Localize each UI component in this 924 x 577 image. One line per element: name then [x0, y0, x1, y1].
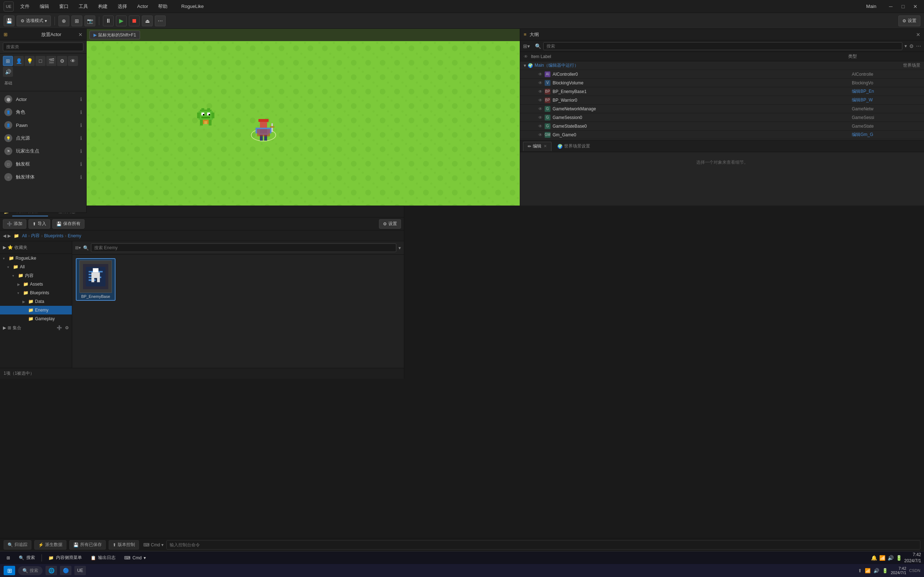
- left-icon-volume[interactable]: 🔊: [3, 67, 13, 77]
- content-area[interactable]: ⊞▾ 🔍 ▾: [72, 241, 404, 379]
- tab-edit[interactable]: ✏ 编辑 ✕: [523, 142, 551, 151]
- taskbar-search[interactable]: 🔍 搜索: [15, 553, 39, 563]
- tray-icon-2[interactable]: 📶: [865, 568, 871, 574]
- menu-build[interactable]: 构建: [95, 2, 111, 11]
- left-icon-basic[interactable]: ⊞: [3, 56, 13, 66]
- breadcrumb-all[interactable]: All: [22, 233, 27, 239]
- toolbar-eject-icon[interactable]: ⏏: [142, 16, 153, 26]
- stop-button[interactable]: ⏹: [129, 16, 140, 26]
- menu-file[interactable]: 文件: [16, 2, 33, 11]
- tray-icon-3[interactable]: 🔊: [874, 568, 879, 574]
- content-filter-icon[interactable]: ⊞▾: [75, 245, 81, 250]
- menu-edit[interactable]: 编辑: [36, 2, 53, 11]
- win-start-btn[interactable]: ⊞: [3, 566, 15, 575]
- content-search-dropdown[interactable]: ▾: [399, 245, 401, 251]
- sidebar-item-enemy[interactable]: 📁 Enemy: [0, 306, 72, 314]
- light-info-icon[interactable]: ℹ: [80, 135, 82, 141]
- save-status-button[interactable]: 💾 所有已保存: [69, 540, 106, 550]
- favorites-header[interactable]: ▶ ⭐ 收藏夹: [0, 243, 72, 252]
- outline-item-bpwarrior[interactable]: 👁 BP BP_Warrior0 编辑BP_W: [520, 96, 924, 105]
- import-button[interactable]: ⬆ 导入: [29, 219, 50, 229]
- list-item-role[interactable]: 👤 角色 ℹ: [0, 106, 86, 119]
- left-icon-shape[interactable]: □: [36, 56, 45, 66]
- outline-item-gmgame[interactable]: 👁 GM Gm_Game0 编辑Gm_G: [520, 131, 924, 139]
- save-all-button[interactable]: 💾 保存所有: [52, 219, 84, 229]
- breadcrumb-blueprints[interactable]: Blueprints: [44, 233, 63, 239]
- role-info-icon[interactable]: ℹ: [80, 109, 82, 115]
- viewport-content[interactable]: [87, 41, 520, 206]
- pawn-info-icon[interactable]: ℹ: [80, 122, 82, 128]
- menu-help[interactable]: 帮助: [155, 2, 171, 11]
- outline-more-icon[interactable]: ⋯: [916, 43, 921, 49]
- menu-actor[interactable]: Actor: [134, 2, 152, 10]
- system-clock[interactable]: 7:42 2024/7/1: [904, 552, 921, 564]
- list-item-spawn[interactable]: ⚑ 玩家出生点 ℹ: [0, 145, 86, 158]
- nav-back-icon[interactable]: ◀: [3, 233, 6, 239]
- win-chrome-btn[interactable]: 🔵: [60, 566, 71, 575]
- content-search-input[interactable]: [91, 243, 396, 252]
- start-button[interactable]: ⊞: [3, 553, 14, 563]
- close-button[interactable]: ✕: [910, 3, 921, 10]
- minimize-button[interactable]: ─: [886, 3, 896, 10]
- outline-item-gamenetwork[interactable]: 👁 G GameNetworkManage GameNetw: [520, 105, 924, 113]
- toolbar-grid-icon[interactable]: ⊞: [71, 16, 82, 26]
- sidebar-item-assets[interactable]: ▶ 📁 Assets: [0, 280, 72, 288]
- volume-icon[interactable]: 🔊: [888, 555, 894, 561]
- sidebar-item-gameplay[interactable]: 📁 Gameplay: [0, 314, 72, 323]
- taskbar-cmd-btn[interactable]: ⌨ Cmd ▾: [121, 553, 149, 563]
- collections-settings-icon[interactable]: ⚙: [65, 325, 69, 330]
- outline-settings-icon[interactable]: ⚙: [909, 43, 914, 49]
- outline-close[interactable]: ✕: [916, 32, 921, 37]
- toolbar-camera-icon[interactable]: 📷: [84, 16, 95, 26]
- spawn-data-button[interactable]: ⚡ 派生数据: [34, 540, 66, 550]
- win-clock[interactable]: 7:42 2024/7/1: [891, 566, 906, 575]
- list-item-trigger-box[interactable]: □ 触发框 ℹ: [0, 158, 86, 171]
- toolbar-save-icon[interactable]: 💾: [3, 16, 15, 26]
- outline-item-blockingvol[interactable]: 👁 V BlockingVolume BlockingVo: [520, 79, 924, 87]
- taskbar-log-btn[interactable]: 📋 输出日志: [87, 553, 119, 563]
- cb-settings-button[interactable]: ⚙ 设置: [379, 219, 401, 229]
- sidebar-item-content[interactable]: ▾ 📁 内容: [0, 271, 72, 280]
- breadcrumb-content[interactable]: 内容: [31, 233, 40, 239]
- edit-tab-close[interactable]: ✕: [544, 144, 547, 148]
- list-item-trigger-sphere[interactable]: ○ 触发球体 ℹ: [0, 171, 86, 184]
- add-button[interactable]: ➕ 添加: [3, 219, 26, 229]
- wifi-icon[interactable]: 📶: [879, 555, 885, 561]
- mode-button[interactable]: ⚙ 选项模式 ▾: [16, 16, 51, 26]
- toolbar-more-icon[interactable]: ⋯: [155, 16, 166, 26]
- play-button[interactable]: ▶: [116, 16, 127, 26]
- place-actor-close[interactable]: ✕: [78, 32, 82, 37]
- collections-add-icon[interactable]: ➕: [57, 325, 62, 330]
- win-search-bar[interactable]: 🔍 搜索: [18, 566, 43, 575]
- actor-info-icon[interactable]: ℹ: [80, 96, 82, 102]
- outline-filter-icon[interactable]: ⊞▾: [523, 43, 530, 49]
- battery-icon[interactable]: 🔋: [896, 555, 902, 561]
- outline-world-row[interactable]: ▾ 🌍 Main（编辑器中运行） 世界场景: [520, 61, 924, 70]
- left-icon-tools[interactable]: ⚙: [57, 56, 67, 66]
- outline-item-aicontroller[interactable]: 👁 AI AIController0 AIControlle: [520, 70, 924, 79]
- list-item-pawn[interactable]: 👤 Pawn ℹ: [0, 119, 86, 132]
- outline-item-gamestatebase[interactable]: 👁 G GameStateBase0 GameState: [520, 122, 924, 131]
- spawn-info-icon[interactable]: ℹ: [80, 148, 82, 154]
- ue-logo[interactable]: UE: [3, 2, 14, 11]
- network-icon[interactable]: 🔔: [871, 555, 877, 561]
- outline-item-bpenemybase[interactable]: 👁 BP BP_EnemyBase1 编辑BP_En: [520, 87, 924, 96]
- sidebar-item-data[interactable]: ▶ 📁 Data: [0, 297, 72, 306]
- sidebar-root-roguelike[interactable]: ▾ 📁 RogueLike: [0, 254, 72, 263]
- tab-world-settings[interactable]: 🌍 世界场景设置: [553, 142, 594, 151]
- list-item-actor[interactable]: ⬤ Actor ℹ: [0, 93, 86, 106]
- source-ctrl-button[interactable]: ⬆ 版本控制: [109, 540, 139, 550]
- outline-search-input[interactable]: [543, 42, 902, 50]
- left-icon-light[interactable]: 💡: [24, 56, 35, 66]
- nav-forward-icon[interactable]: ▶: [8, 233, 11, 239]
- trigger-sphere-info-icon[interactable]: ℹ: [80, 174, 82, 180]
- left-icon-visual[interactable]: 👁: [68, 56, 78, 66]
- menu-window[interactable]: 窗口: [56, 2, 72, 11]
- collections-header[interactable]: ▶ ⊞ 集合 ➕ ⚙: [0, 323, 72, 332]
- tray-icon-4[interactable]: 🔋: [882, 568, 888, 574]
- breadcrumb-enemy[interactable]: Enemy: [68, 233, 81, 239]
- maximize-button[interactable]: □: [898, 3, 908, 10]
- search-input[interactable]: [3, 43, 83, 51]
- asset-bp-enemy-base[interactable]: BP_EnemyBase: [76, 258, 115, 301]
- left-icon-pawn[interactable]: 👤: [14, 56, 24, 66]
